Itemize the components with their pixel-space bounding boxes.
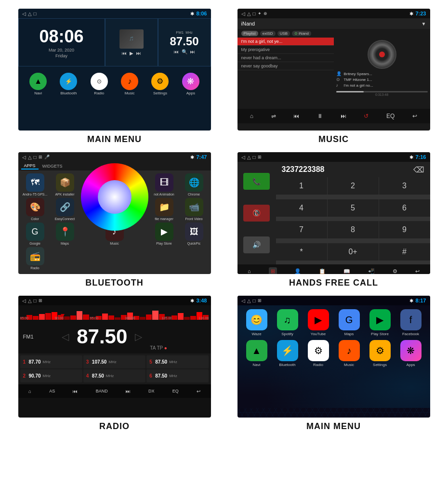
home-icon-4[interactable]: △ — [247, 155, 251, 160]
band-ctrl[interactable]: BAND — [96, 389, 108, 393]
transfer-ctrl[interactable]: 📲 — [368, 268, 375, 275]
as-ctrl[interactable]: AS — [49, 389, 55, 393]
app-apps2[interactable]: ❋ Apps — [400, 340, 422, 367]
preset-4[interactable]: 4 87.50 MHz — [83, 369, 145, 382]
search-icon[interactable]: 🔍 — [182, 49, 187, 54]
app-item-google[interactable]: G Google — [21, 222, 49, 245]
fwd-icon[interactable]: ⏭ — [190, 49, 195, 54]
app-maps2[interactable]: G Maps — [339, 309, 360, 336]
home-icon-1[interactable]: △ — [28, 11, 32, 16]
eq-ctrl[interactable]: EQ — [386, 113, 395, 119]
home-icon-6[interactable]: △ — [247, 298, 251, 303]
tab-inand[interactable]: ⊙iNand — [292, 31, 311, 36]
rew-icon[interactable]: ⏮ — [174, 49, 179, 54]
app-bt2[interactable]: ⚡ Bluetooth — [277, 340, 298, 367]
backspace-button[interactable]: ⌫ — [413, 165, 424, 174]
repeat-ctrl[interactable]: ↺ — [364, 113, 369, 119]
home-icon-3[interactable]: △ — [28, 155, 32, 160]
app-bluetooth[interactable]: ⚡ Bluetooth — [60, 73, 77, 95]
back-phone-ctrl[interactable]: ↩ — [415, 268, 420, 275]
app-item-frontvid[interactable]: 📹 Front Video — [180, 198, 208, 221]
back-icon-1[interactable]: ◁ — [22, 11, 26, 16]
preset-5[interactable]: 5 87.50 MHz — [146, 355, 209, 368]
app-item-easy[interactable]: 🔗 EasyConnect — [51, 198, 79, 221]
back-icon-6[interactable]: ◁ — [241, 298, 245, 303]
tab-extsd[interactable]: extSD — [260, 31, 276, 36]
volume-button[interactable]: 🔊 — [243, 236, 270, 253]
app-music3[interactable]: ♪ Music — [339, 340, 360, 367]
freq-up[interactable]: ▷ — [135, 331, 142, 342]
prev-icon[interactable]: ⏮ — [122, 51, 127, 56]
contacts-ctrl[interactable]: 👤 — [294, 268, 301, 275]
eq-radio-ctrl[interactable]: EQ — [172, 389, 179, 393]
playlist-item-4[interactable]: never say goodbay — [237, 62, 334, 70]
back-icon-3[interactable]: ◁ — [22, 155, 26, 160]
end-call-button[interactable]: 📵 — [243, 205, 270, 222]
app-waze[interactable]: 😊 Waze — [246, 309, 267, 336]
dx-ctrl[interactable]: DX — [148, 389, 155, 393]
freq-down[interactable]: ◁ — [62, 331, 69, 342]
key-7[interactable]: 7 — [276, 221, 327, 238]
shuffle-ctrl[interactable]: ⇌ — [271, 113, 276, 119]
playlist-item-1[interactable]: I'm not a girl, not ye... — [237, 38, 334, 46]
tab-usb[interactable]: USB — [277, 31, 290, 36]
key-4[interactable]: 4 — [276, 199, 327, 217]
app-youtube[interactable]: ▶ YouTube — [308, 309, 329, 336]
app-item-chrome[interactable]: 🌐 Chrome — [180, 173, 208, 196]
app-apps[interactable]: ❋ Apps — [182, 73, 199, 95]
tab-apps[interactable]: APPS — [21, 163, 39, 170]
prev-ctrl[interactable]: ⏮ — [293, 113, 299, 119]
preset-3[interactable]: 3 107.50 MHz — [83, 355, 145, 368]
call-log-ctrl[interactable]: 📋 — [319, 268, 326, 275]
app-item-play[interactable]: ▶ Play Store — [150, 222, 178, 245]
progress-bar[interactable] — [336, 91, 428, 92]
key-star[interactable]: * — [276, 243, 327, 261]
app-settings[interactable]: ⚙ Settings — [151, 73, 169, 95]
tab-widgets[interactable]: WIDGETS — [40, 163, 66, 169]
app-facebook[interactable]: f Facebook — [400, 309, 422, 336]
back-icon-5[interactable]: ◁ — [22, 298, 26, 303]
next-radio-ctrl[interactable]: ⏭ — [126, 389, 131, 394]
home-icon-5[interactable]: △ — [28, 298, 32, 303]
back-icon-2[interactable]: ◁ — [241, 11, 245, 16]
key-1[interactable]: 1 — [276, 177, 327, 195]
playlist-item-3[interactable]: never had a dream... — [237, 54, 334, 62]
home-icon-2[interactable]: △ — [247, 11, 251, 16]
home-phone-ctrl[interactable]: ⌂ — [248, 268, 251, 274]
play-icon[interactable]: ▶ — [130, 51, 133, 56]
app-item-apk[interactable]: 📦 APK installer — [51, 173, 79, 196]
key-8[interactable]: 8 — [328, 221, 379, 238]
square-icon-2[interactable]: □ — [253, 11, 256, 16]
square-icon-5[interactable]: □ — [34, 298, 37, 303]
preset-6[interactable]: 6 87.50 MHz — [146, 369, 209, 382]
settings-phone-ctrl[interactable]: ⚙ — [393, 268, 397, 275]
playlist-item-2[interactable]: My prerogative — [237, 46, 334, 54]
app-spotify[interactable]: ♫ Spotify — [277, 309, 298, 336]
app-navi[interactable]: ▲ Navi — [29, 73, 47, 95]
prev-radio-ctrl[interactable]: ⏮ — [73, 389, 78, 394]
key-3[interactable]: 3 — [379, 177, 430, 195]
phonebook-ctrl[interactable]: 📖 — [343, 268, 350, 275]
key-hash[interactable]: # — [379, 243, 430, 261]
app-music[interactable]: ♪ Music — [121, 73, 138, 95]
preset-1[interactable]: 1 87.70 MHz — [20, 355, 82, 368]
app-navi2[interactable]: ▲ Navi — [246, 340, 267, 367]
square-icon-3[interactable]: □ — [34, 155, 37, 160]
preset-2[interactable]: 2 90.70 MHz — [20, 369, 82, 382]
key-6[interactable]: 6 — [379, 199, 430, 217]
back-ctrl[interactable]: ↩ — [412, 113, 417, 119]
next-ctrl[interactable]: ⏭ — [341, 113, 346, 119]
back-icon-4[interactable]: ◁ — [241, 155, 245, 160]
app-radio[interactable]: ⊙ Radio — [91, 73, 108, 95]
next-icon[interactable]: ⏭ — [136, 51, 141, 56]
app-radio3[interactable]: ⚙ Radio — [308, 340, 329, 367]
app-item-quickpic[interactable]: 🖼 QuickPic — [180, 222, 208, 245]
app-item-radio2[interactable]: 📻 Radio — [21, 247, 49, 270]
key-9[interactable]: 9 — [379, 221, 430, 238]
app-settings2[interactable]: ⚙ Settings — [369, 340, 391, 367]
app-item-color[interactable]: 🎨 Color — [21, 198, 49, 221]
key-5[interactable]: 5 — [328, 199, 379, 217]
home-radio-ctrl[interactable]: ⌂ — [28, 389, 31, 394]
dropdown-arrow[interactable]: ▼ — [422, 21, 426, 26]
square-icon-6[interactable]: □ — [253, 298, 256, 303]
